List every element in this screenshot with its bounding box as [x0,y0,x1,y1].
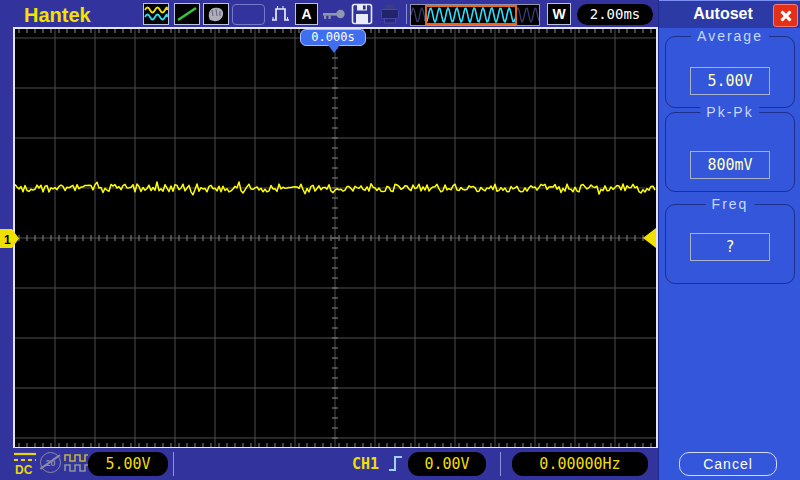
close-button[interactable] [773,4,798,27]
graticule [13,27,658,449]
channel-waves-button[interactable] [143,3,169,25]
cursor-line-button[interactable] [174,3,200,25]
dc-coupling-icon[interactable]: DC [12,451,38,477]
hand-icon [204,5,228,23]
cancel-button[interactable]: Cancel [679,452,777,476]
hand-tool-button[interactable] [203,3,229,25]
status-separator [173,452,174,476]
preview-selection-window[interactable] [425,5,517,25]
dual-waves-icon [144,5,168,23]
autoset-panel-header: Autoset [659,0,800,28]
green-line-icon [175,5,199,23]
pulse-mode-button[interactable] [269,3,295,25]
channel1-marker-label: 1 [4,233,11,247]
volts-per-div-readout[interactable]: 5.00V [88,452,168,476]
floppy-disk-icon [350,3,374,25]
measurement-value-freq: ? [690,233,770,261]
measurement-label: Average [691,28,769,44]
auto-mode-button[interactable]: A [295,3,318,25]
key-icon [321,5,347,23]
lock-button[interactable] [321,3,347,25]
waveform-preview-bar[interactable] [410,4,540,26]
brand-logo: Hantek [24,4,91,27]
pulse-icon [270,4,294,24]
dialog-title: Autoset [673,5,773,23]
rising-edge-icon [387,452,405,474]
measurement-group-pkpk: Pk-Pk 800mV [665,112,795,192]
coupling-label: DC [15,463,33,477]
channel1-marker[interactable]: 1 [0,228,20,249]
time-offset-marker[interactable]: 0.000s [300,29,366,46]
printer-icon [378,3,402,25]
auto-letter: A [301,7,311,21]
bandwidth-label: 20 [45,458,55,468]
trigger-level-readout[interactable]: 0.00V [408,452,486,476]
toolbar-separator [406,4,407,24]
autoset-panel: Autoset Average 5.00V Pk-Pk 800mV Freq ?… [658,0,800,480]
time-offset-pointer-icon [328,45,340,53]
timebase-readout[interactable]: 2.00ms [577,4,653,25]
trigger-frequency-readout: 0.00000Hz [512,452,648,476]
measurement-label: Freq [706,196,755,212]
empty-toolbar-slot [232,4,265,25]
bandwidth-limit-icon[interactable]: 20 [40,452,61,473]
measurement-value-pkpk: 800mV [690,151,770,179]
measurement-group-average: Average 5.00V [665,36,795,108]
measurement-group-freq: Freq ? [665,204,795,284]
oscilloscope-screen: Hantek A [0,0,800,480]
trigger-source-label[interactable]: CH1 [352,455,379,473]
status-separator [500,452,501,476]
measurement-value-average: 5.00V [690,67,770,95]
save-button[interactable] [349,3,375,25]
print-button[interactable] [377,3,403,25]
window-mode-label: W [552,7,565,21]
measurement-label: Pk-Pk [700,104,759,120]
square-wave-icon[interactable] [64,452,90,474]
toolbar: Hantek A [0,0,658,28]
window-mode-button[interactable]: W [547,3,571,25]
status-bar: DC 20 5.00V CH1 0.00V 0.00000Hz [0,448,658,480]
